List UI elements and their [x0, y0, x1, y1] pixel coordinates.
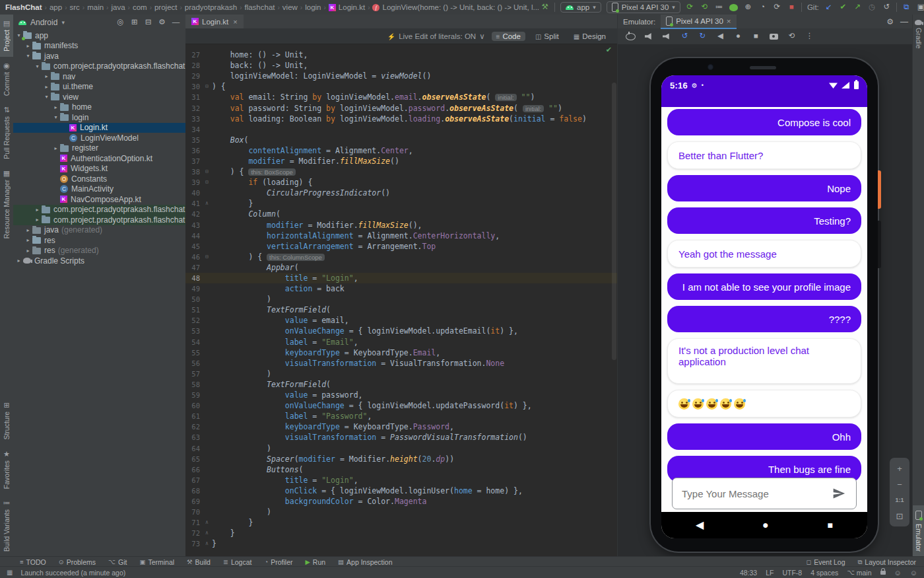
line-number[interactable]: 34 [185, 126, 203, 133]
code-line[interactable]: 50 ) [185, 294, 617, 305]
tree-chevron-icon[interactable]: ▾ [33, 63, 42, 69]
sidebar-item-build-variants[interactable]: ≔Build Variants [0, 494, 13, 557]
tree-chevron-icon[interactable]: ▸ [42, 84, 51, 90]
code-line[interactable]: 36 contentAlignment = Alignment.Center, [185, 145, 617, 156]
code-line[interactable]: 66 Buttons( [185, 464, 617, 475]
volume-button[interactable] [878, 221, 881, 268]
code-area[interactable]: 27 home: () -> Unit,28 back: () -> Unit,… [185, 43, 617, 557]
code-line[interactable]: 29 loginViewModel: LoginViewModel = view… [185, 71, 617, 81]
line-number[interactable]: 35 [185, 136, 203, 144]
line-number[interactable]: 73 [185, 540, 203, 548]
tree-item[interactable]: ▸register [13, 143, 185, 154]
code-line[interactable]: 61 label = "Password", [185, 411, 617, 421]
back-icon[interactable]: ◀ [716, 32, 725, 41]
line-number[interactable]: 51 [185, 306, 203, 314]
status-face-icon[interactable]: ☺ [910, 569, 917, 577]
zoom-out-button[interactable]: − [896, 476, 904, 492]
git-branch[interactable]: ⌥ main [847, 569, 871, 577]
tree-item[interactable]: AuthenticationOption.kt [13, 153, 185, 164]
inspection-ok-icon[interactable]: ✔ [606, 46, 612, 54]
line-number[interactable]: 45 [185, 242, 203, 250]
line-number[interactable]: 44 [185, 232, 203, 240]
line-number[interactable]: 66 [185, 466, 203, 474]
code-line[interactable]: 51 TextFormField( [185, 305, 617, 315]
breadcrumb-item[interactable]: flashchat [244, 3, 275, 11]
code-line[interactable]: 64 ) [185, 443, 617, 453]
breadcrumb-item[interactable]: main [87, 3, 104, 11]
line-number[interactable]: 50 [185, 295, 203, 303]
line-number[interactable]: 52 [185, 316, 203, 324]
line-number[interactable]: 46 [185, 253, 203, 261]
sidebar-item-pull-requests[interactable]: ⇅Pull Requests [0, 101, 13, 164]
code-line[interactable]: 63 visualTransformation = PasswordVisual… [185, 432, 617, 443]
mode-button-design[interactable]: ▦Design [569, 32, 610, 41]
tool-strip-emulator[interactable]: Emulator [913, 505, 924, 557]
line-number[interactable]: 28 [185, 61, 203, 69]
mode-button-code[interactable]: ≡Code [492, 32, 525, 41]
chat-list[interactable]: Compose is coolBetter than Flutter?NopeT… [661, 107, 867, 512]
line-number[interactable]: 40 [185, 189, 203, 197]
hide-panel-icon[interactable]: — [900, 17, 908, 26]
toolwindow-button-run[interactable]: ▶Run [305, 558, 325, 566]
line-number[interactable]: 31 [185, 93, 203, 101]
code-line[interactable]: 59 value = password, [185, 390, 617, 400]
close-icon[interactable]: × [233, 18, 237, 26]
line-number[interactable]: 67 [185, 476, 203, 484]
line-number[interactable]: 69 [185, 497, 203, 505]
line-number[interactable]: 41 [185, 199, 203, 207]
tree-item[interactable]: ▾app [13, 30, 185, 41]
code-line[interactable]: 54 label = "Email", [185, 337, 617, 347]
fold-marker-icon[interactable]: ∧ [203, 201, 211, 206]
sidebar-item-commit[interactable]: ◉Commit [0, 57, 13, 101]
breadcrumb-item[interactable]: com [133, 3, 147, 11]
run-configuration-select[interactable]: app ▾ [560, 2, 601, 13]
line-number[interactable]: 71 [185, 519, 203, 526]
code-line[interactable]: 34 [185, 124, 617, 135]
code-line[interactable]: 57 ) [185, 369, 617, 379]
code-line[interactable]: 37 modifier = Modifier.fillMaxSize() [185, 156, 617, 166]
code-line[interactable]: 38⊟ ) { this: BoxScope [185, 166, 617, 177]
code-line[interactable]: 53 onValueChange = { loginViewModel.upda… [185, 326, 617, 336]
commit-icon[interactable]: ✔ [839, 3, 847, 12]
line-number[interactable]: 43 [185, 221, 203, 229]
line-number[interactable]: 49 [185, 285, 203, 293]
push-icon[interactable]: ↗ [853, 3, 862, 12]
volume-up-icon[interactable] [645, 33, 653, 40]
device-manager-icon[interactable]: ⧉ [902, 3, 911, 12]
line-number[interactable]: 32 [185, 104, 203, 112]
tree-chevron-icon[interactable]: ▸ [15, 258, 23, 264]
line-number[interactable]: 27 [185, 51, 203, 59]
line-number[interactable]: 42 [185, 210, 203, 218]
breadcrumb-item[interactable]: src [69, 3, 79, 11]
readonly-lock-icon[interactable] [880, 571, 886, 575]
line-number[interactable]: 62 [185, 423, 203, 431]
line-number[interactable]: 36 [185, 147, 203, 155]
tree-item[interactable]: ▸nav [13, 71, 185, 82]
sidebar-item-resource-manager[interactable]: ▦Resource Manager [0, 164, 13, 244]
line-number[interactable]: 56 [185, 359, 203, 367]
running-devices-icon[interactable]: ▣ [917, 3, 924, 12]
settings-gear-icon[interactable]: ⚙ [158, 18, 166, 27]
tree-item[interactable]: ▾com.project.pradyotprakash.flashchat [13, 61, 185, 72]
zoom-in-button[interactable]: + [896, 460, 904, 476]
build-hammer-icon[interactable]: ⚒ [541, 3, 549, 12]
fold-marker-icon[interactable]: ⊟ [203, 169, 211, 174]
tree-chevron-icon[interactable]: ▸ [51, 145, 60, 151]
code-line[interactable]: 41∧ } [185, 198, 617, 209]
editor-scrollbar[interactable] [612, 83, 616, 360]
code-line[interactable]: 62 keyboardType = KeyboardType.Password, [185, 421, 617, 432]
collapse-all-icon[interactable]: ⊟ [144, 18, 152, 27]
toolwindow-button-problems[interactable]: ⊙Problems [59, 558, 96, 566]
editor-tab[interactable]: Login.kt × [185, 15, 244, 28]
home-button[interactable]: ● [762, 520, 769, 530]
project-view-selector[interactable]: Android [30, 18, 57, 27]
line-number[interactable]: 29 [185, 72, 203, 80]
overview-icon[interactable]: ■ [752, 32, 760, 41]
line-number[interactable]: 72 [185, 529, 203, 537]
breadcrumb-item[interactable]: app [50, 3, 62, 11]
tree-item[interactable]: ▾view [13, 92, 185, 102]
tree-item[interactable]: ▸manifests [13, 41, 185, 52]
tree-chevron-icon[interactable]: ▾ [51, 114, 60, 120]
zoom-reset-button[interactable]: 1:1 [895, 492, 904, 508]
line-number[interactable]: 60 [185, 402, 203, 410]
